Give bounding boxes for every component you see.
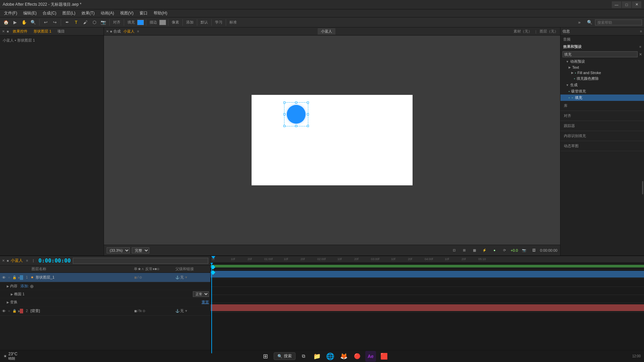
handle-bm[interactable] bbox=[295, 125, 297, 127]
viewer-tab-xiaolan[interactable]: 小蓝人 bbox=[318, 28, 335, 35]
menu-compose[interactable]: 合成(C) bbox=[40, 10, 59, 17]
maximize-button[interactable]: □ bbox=[622, 1, 631, 8]
handle-br[interactable] bbox=[307, 125, 309, 127]
right-panel-menu-icon[interactable]: ≡ bbox=[640, 29, 642, 33]
layer-1-switch-1[interactable]: ◼ bbox=[134, 276, 137, 279]
layer-1-name[interactable]: 形状图层_1 bbox=[36, 275, 133, 280]
file-explorer-button[interactable]: 📁 bbox=[312, 351, 322, 362]
layer-2-switch-2[interactable]: / bbox=[138, 309, 139, 313]
fx-tree-text[interactable]: ▶ Text bbox=[560, 65, 644, 70]
firefox-button[interactable]: 🦊 bbox=[338, 351, 349, 362]
viewer-options-icon[interactable]: ≡ bbox=[137, 29, 139, 33]
more-options-button[interactable]: » bbox=[575, 18, 583, 26]
fx-tree-animation-presets[interactable]: ▼ 动画预设 bbox=[560, 58, 644, 65]
tab-project[interactable]: 项目 bbox=[55, 28, 67, 35]
minimize-button[interactable]: — bbox=[612, 1, 621, 8]
effects-panel-menu-icon[interactable]: ≡ bbox=[639, 45, 641, 49]
menu-layer[interactable]: 图层(L) bbox=[60, 10, 78, 17]
home-button[interactable]: 🏠 bbox=[2, 18, 10, 26]
camera-tool[interactable]: 📷 bbox=[99, 18, 107, 26]
transparency-button[interactable]: ▦ bbox=[470, 246, 478, 254]
red-app-button[interactable]: 🟥 bbox=[379, 351, 389, 362]
viewer-content[interactable] bbox=[104, 36, 560, 245]
layer-1-lock-icon[interactable]: 🔓 bbox=[12, 275, 17, 280]
layer-2-name[interactable]: [背景] bbox=[31, 308, 133, 313]
library-section[interactable]: 库 bbox=[560, 101, 644, 111]
layer-1-parent-chain-icon[interactable]: ⚓ bbox=[175, 276, 179, 279]
audio-section-header[interactable]: 音频 bbox=[560, 36, 644, 43]
fx-tree-fill-color-delete[interactable]: ▪ 填充颜色擦除 bbox=[560, 75, 644, 82]
menu-view[interactable]: 视图(V) bbox=[117, 10, 136, 17]
help-search-input[interactable] bbox=[595, 19, 642, 25]
fx-tree-fill-stroke[interactable]: ▶ ▪ Fill and Stroke bbox=[560, 70, 644, 75]
grid-button[interactable]: ⊞ bbox=[460, 246, 468, 254]
show-snapshot-button[interactable]: 🖼 bbox=[530, 246, 538, 254]
layer-1-switch-3[interactable]: ⊙ bbox=[139, 276, 142, 279]
layer-1-switch-2[interactable]: / bbox=[138, 276, 139, 279]
reset-transform-link[interactable]: 重置 bbox=[202, 300, 209, 305]
layer-2-visibility-icon[interactable]: 👁 bbox=[1, 309, 6, 313]
windows-start-button[interactable]: ⊞ bbox=[260, 351, 271, 362]
add-content-icon[interactable]: ⊕ bbox=[30, 284, 34, 289]
redo-tool[interactable]: ↪ bbox=[51, 18, 59, 26]
layer-1-visibility-icon[interactable]: 👁 bbox=[1, 275, 6, 280]
quality-select[interactable]: 完整 半程 bbox=[132, 247, 149, 253]
fx-search-input[interactable] bbox=[562, 51, 638, 57]
search-icon[interactable]: 🔍 bbox=[586, 18, 594, 26]
menu-effects[interactable]: 效果(T) bbox=[79, 10, 97, 17]
fast-preview-button[interactable]: ⚡ bbox=[480, 246, 488, 254]
left-panel-menu-icon[interactable]: ■ bbox=[7, 29, 9, 33]
stroke-color[interactable] bbox=[159, 20, 166, 25]
fx-tree-pipette-fill[interactable]: ▪ 吸管填充 bbox=[560, 88, 644, 95]
fill-color[interactable] bbox=[137, 20, 144, 25]
fx-tree-fill[interactable]: ▪ ▪ 填充 bbox=[560, 95, 644, 101]
menu-help[interactable]: 帮助(H) bbox=[151, 10, 170, 17]
menu-window[interactable]: 窗口 bbox=[137, 10, 150, 17]
edge-browser-button[interactable]: 🌐 bbox=[325, 351, 336, 362]
close-button[interactable]: ✕ bbox=[632, 1, 641, 8]
tab-effects-controls[interactable]: 效果控件 bbox=[11, 28, 30, 35]
layer-1-ellipse-row[interactable]: ▶ 椭圆 1 正常 bbox=[0, 290, 210, 298]
color-correct-button[interactable]: ● bbox=[490, 246, 498, 254]
timeline-timecode[interactable]: 0:00:00:00 bbox=[39, 257, 71, 264]
handle-mr[interactable] bbox=[307, 113, 309, 115]
content-aware-fill-section[interactable]: 内容识别填充 bbox=[560, 131, 644, 141]
layer-1-content-row[interactable]: ▶ 内容 添加: ⊕ bbox=[0, 282, 210, 290]
handle-tm[interactable] bbox=[295, 102, 297, 104]
select-tool[interactable]: ▶ bbox=[11, 18, 19, 26]
handle-tr[interactable] bbox=[307, 102, 309, 104]
timeline-tracks[interactable] bbox=[211, 263, 644, 353]
task-view-button[interactable]: ⧉ bbox=[298, 351, 309, 362]
timeline-search-input[interactable] bbox=[73, 258, 208, 264]
tab-shape-layer[interactable]: 形状图层 1 bbox=[32, 28, 53, 35]
layer-2-switch-fx[interactable]: fx bbox=[139, 309, 142, 313]
snapshot-button[interactable]: 📷 bbox=[520, 246, 528, 254]
reset-exposure[interactable]: ⟳ bbox=[500, 246, 508, 254]
viewer-close-icon[interactable]: ✕ bbox=[106, 29, 109, 33]
left-panel-close-icon[interactable]: ✕ bbox=[2, 29, 5, 33]
taskbar-search-bar[interactable]: 🔍 搜索 bbox=[274, 352, 296, 360]
fx-search-close-icon[interactable]: ✕ bbox=[639, 52, 642, 57]
viewer-menu-icon[interactable]: ■ bbox=[110, 29, 112, 33]
layer-row-1[interactable]: 👁 ○ 🔓 ▶ 1 ★ 形状图层_1 ◼ / ⊙ ⚓ 无 ▼ bbox=[0, 273, 210, 282]
tracker-section[interactable]: 跟踪器 bbox=[560, 121, 644, 131]
timeline-menu-icon[interactable]: ■ bbox=[7, 259, 9, 262]
layer-1-parent-dropdown-icon[interactable]: ▼ bbox=[184, 276, 188, 279]
layer-2-solo-icon[interactable]: ○ bbox=[7, 309, 11, 313]
layer-1-transform-row[interactable]: ▶ 变换 重置 bbox=[0, 298, 210, 306]
motion-sketch-section[interactable]: 动态草图 bbox=[560, 141, 644, 151]
layer-2-parent-chain-icon[interactable]: ⚓ bbox=[175, 309, 179, 313]
shape-tool[interactable]: ⬡ bbox=[90, 18, 98, 26]
layer-2-lock-icon[interactable]: 🔒 bbox=[12, 309, 17, 313]
time-ruler[interactable]: 0f 10f 20f 01:00f 10f 20f 02:00f 10f 20f… bbox=[211, 256, 644, 263]
ellipse-mode-select[interactable]: 正常 bbox=[193, 291, 209, 297]
undo-tool[interactable]: ↩ bbox=[42, 18, 50, 26]
menu-edit[interactable]: 编辑(E) bbox=[20, 10, 39, 17]
zoom-select[interactable]: (33.3%) (50%) (100%) bbox=[107, 247, 130, 253]
text-tool active[interactable]: T bbox=[72, 18, 80, 26]
zoom-tool[interactable]: 🔍 bbox=[29, 18, 37, 26]
menu-animate[interactable]: 动画(A) bbox=[98, 10, 117, 17]
scrollbar-thumb[interactable] bbox=[642, 181, 643, 194]
align-section[interactable]: 对齐 bbox=[560, 111, 644, 121]
add-content-label[interactable]: 添加: bbox=[20, 284, 29, 289]
